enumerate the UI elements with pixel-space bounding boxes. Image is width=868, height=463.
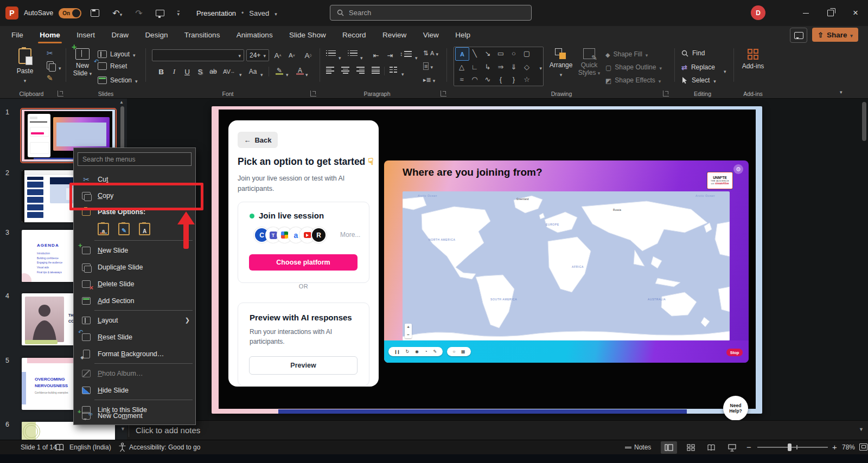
stop-button[interactable]: Stop [726, 349, 743, 356]
paste-picture-button[interactable]: ✎ [118, 223, 130, 235]
shape-down-arrow[interactable]: ⇓ [507, 61, 520, 73]
menu-item-delete-slide[interactable]: Delete Slide [74, 275, 195, 292]
shape-oval[interactable]: ○ [507, 47, 520, 60]
comments-button[interactable] [790, 28, 807, 43]
shape-line[interactable]: ╲ [468, 47, 481, 60]
shape-outline-button[interactable]: Shape Outline [605, 62, 662, 72]
numbering-chevron[interactable] [360, 52, 363, 62]
shape-corner[interactable]: ◇ [520, 61, 533, 73]
shape-effects-button[interactable]: Shape Effects [605, 75, 661, 85]
change-case-button[interactable]: Aa [247, 66, 258, 78]
shape-right-brace[interactable]: } [507, 73, 520, 86]
audience-icon[interactable]: ◉ [415, 349, 419, 354]
document-title[interactable]: Presentation [196, 9, 236, 17]
collapse-ribbon-button[interactable] [840, 86, 843, 96]
start-slideshow-button[interactable] [156, 10, 164, 16]
menu-item-layout[interactable]: Layout ❯ [74, 312, 195, 329]
zoom-in-button[interactable]: + [832, 442, 837, 452]
highlight-chevron[interactable] [286, 69, 289, 79]
menu-item-format-background[interactable]: Format Background… [74, 345, 195, 362]
tab-draw[interactable]: Draw [104, 26, 136, 44]
share-button[interactable]: ⇧ Share [812, 28, 858, 42]
timer-icon[interactable]: ◔ [425, 349, 427, 354]
undo-button[interactable] [112, 8, 122, 18]
tab-record[interactable]: Record [335, 26, 373, 44]
slide-1-editor[interactable]: ← Back Pick an option to get started Joi… [212, 106, 762, 414]
menu-item-duplicate-slide[interactable]: Duplicate Slide [74, 259, 195, 275]
shape-scribble[interactable]: ≈ [455, 73, 468, 86]
layout-button[interactable]: Layout [98, 49, 136, 59]
slide-counter[interactable]: Slide 1 of 14 [21, 443, 57, 451]
case-chevron[interactable] [260, 69, 263, 79]
menu-item-add-section[interactable]: Add Section [74, 292, 195, 309]
keyboard-icon[interactable]: ▦ [461, 349, 465, 354]
panel-gear-icon[interactable] [733, 164, 743, 174]
shape-arrow[interactable]: ↘ [481, 47, 494, 60]
tab-file[interactable]: File [4, 26, 30, 44]
align-right-button[interactable] [356, 67, 365, 74]
minimize-button[interactable] [793, 0, 818, 26]
shape-rectangle[interactable]: ▭ [494, 47, 507, 60]
copy-button[interactable] [47, 61, 54, 69]
bullets-button[interactable] [326, 50, 336, 56]
drawing-dialog-launcher[interactable] [663, 91, 669, 97]
shape-elbow-arrow[interactable]: ↳ [481, 61, 494, 73]
notes-collapse-chevron[interactable]: ▼ [120, 426, 125, 432]
zoom-out-button[interactable]: − [746, 442, 751, 452]
title-chevron[interactable] [275, 8, 277, 18]
paste-button[interactable]: Paste [13, 48, 37, 85]
normal-view-button[interactable] [661, 441, 677, 454]
zoom-slider-thumb[interactable] [788, 443, 792, 451]
bold-button[interactable]: B [156, 66, 167, 78]
paste-keep-text-button[interactable]: A [139, 223, 150, 235]
preview-button[interactable]: Preview [249, 356, 358, 375]
line-spacing-button[interactable]: ↕ [400, 50, 412, 57]
save-status[interactable]: Saved [249, 9, 269, 17]
font-name-combo[interactable] [152, 49, 244, 61]
tab-home[interactable]: Home [33, 26, 67, 44]
save-button[interactable] [91, 9, 99, 17]
reading-view-button[interactable] [703, 441, 719, 454]
bullets-chevron[interactable] [339, 52, 341, 62]
section-button[interactable]: Section [98, 75, 138, 85]
clipboard-dialog-launcher[interactable] [58, 91, 63, 97]
font-dialog-launcher[interactable] [310, 91, 316, 97]
paste-keep-source-button[interactable]: a [98, 223, 109, 235]
zoom-slider-track[interactable] [757, 447, 828, 448]
tab-view[interactable]: View [416, 26, 446, 44]
accessibility-icon[interactable] [118, 442, 126, 452]
notes-toggle-button[interactable]: Notes [625, 443, 651, 451]
italic-button[interactable]: I [169, 66, 180, 78]
map-zoom-in[interactable]: + [407, 325, 410, 330]
tab-design[interactable]: Design [138, 26, 175, 44]
menu-item-new-comment[interactable]: New Comment [74, 407, 195, 424]
increase-indent-button[interactable]: ⇥ [385, 49, 395, 61]
tab-help[interactable]: Help [448, 26, 477, 44]
align-center-button[interactable] [341, 67, 349, 74]
restore-button[interactable] [818, 0, 843, 26]
tab-slide-show[interactable]: Slide Show [282, 26, 333, 44]
search-input[interactable]: Search [330, 5, 532, 21]
draw-icon[interactable]: ✎ [433, 349, 437, 354]
find-button[interactable]: Find [681, 49, 705, 57]
tab-review[interactable]: Review [375, 26, 413, 44]
new-slide-button[interactable]: New Slide [71, 48, 94, 77]
select-button[interactable]: Select [681, 75, 716, 85]
more-platforms-link[interactable]: More... [340, 231, 360, 239]
justify-button[interactable] [372, 67, 380, 74]
menu-item-new-slide[interactable]: New Slide [74, 242, 195, 259]
copy-chevron[interactable] [59, 62, 61, 72]
panel-scroll-up[interactable]: ▲ [119, 100, 124, 105]
shape-left-brace[interactable]: { [494, 73, 507, 86]
shape-triangle[interactable]: △ [455, 61, 468, 73]
shape-star[interactable]: ☆ [520, 73, 533, 86]
decrease-font-size-button[interactable]: A˅ [286, 49, 297, 61]
zoom-level[interactable]: 78% [842, 443, 855, 451]
language-selector[interactable]: English (India) [69, 443, 111, 451]
next-slide-button[interactable]: ▼ [859, 427, 864, 432]
convert-to-smartart-button[interactable]: ▸≣ [423, 75, 435, 85]
account-avatar[interactable]: D [751, 5, 765, 20]
pause-icon[interactable]: ❙❙ [394, 350, 400, 354]
redo-button[interactable] [135, 8, 142, 18]
increase-font-size-button[interactable]: A˄ [272, 49, 283, 61]
